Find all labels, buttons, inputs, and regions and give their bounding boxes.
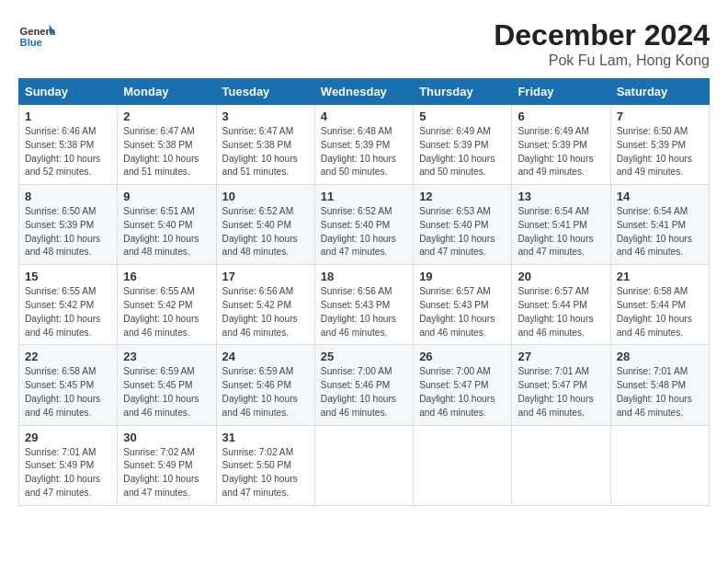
location: Pok Fu Lam, Hong Kong bbox=[494, 52, 710, 69]
calendar-cell: 8 Sunrise: 6:50 AM Sunset: 5:39 PM Dayli… bbox=[19, 185, 118, 265]
day-number: 22 bbox=[25, 350, 111, 363]
day-info: Sunrise: 7:02 AM Sunset: 5:49 PM Dayligh… bbox=[123, 446, 210, 500]
day-info: Sunrise: 6:49 AM Sunset: 5:39 PM Dayligh… bbox=[518, 125, 604, 179]
calendar-week-row: 22 Sunrise: 6:58 AM Sunset: 5:45 PM Dayl… bbox=[19, 345, 710, 425]
calendar-cell: 2 Sunrise: 6:47 AM Sunset: 5:38 PM Dayli… bbox=[118, 105, 216, 185]
calendar-cell: 1 Sunrise: 6:46 AM Sunset: 5:38 PM Dayli… bbox=[19, 105, 118, 185]
day-number: 11 bbox=[321, 190, 407, 203]
day-info: Sunrise: 6:53 AM Sunset: 5:40 PM Dayligh… bbox=[419, 205, 506, 259]
day-info: Sunrise: 6:58 AM Sunset: 5:44 PM Dayligh… bbox=[617, 285, 703, 339]
day-number: 1 bbox=[25, 109, 111, 123]
calendar-cell: 28 Sunrise: 7:01 AM Sunset: 5:48 PM Dayl… bbox=[610, 345, 709, 425]
day-number: 21 bbox=[617, 270, 703, 283]
day-number: 31 bbox=[222, 431, 309, 444]
calendar-header-row: Sunday Monday Tuesday Wednesday Thursday… bbox=[19, 79, 710, 105]
title-section: December 2024 Pok Fu Lam, Hong Kong bbox=[494, 18, 710, 69]
day-number: 15 bbox=[25, 270, 111, 283]
calendar-cell: 19 Sunrise: 6:57 AM Sunset: 5:43 PM Dayl… bbox=[414, 265, 512, 345]
calendar-cell: 6 Sunrise: 6:49 AM Sunset: 5:39 PM Dayli… bbox=[512, 105, 610, 185]
calendar-cell: 14 Sunrise: 6:54 AM Sunset: 5:41 PM Dayl… bbox=[610, 185, 709, 265]
col-sunday: Sunday bbox=[19, 79, 118, 105]
calendar-cell bbox=[512, 425, 610, 505]
logo: General Blue bbox=[18, 18, 59, 55]
day-info: Sunrise: 6:51 AM Sunset: 5:40 PM Dayligh… bbox=[123, 205, 210, 259]
calendar-week-row: 15 Sunrise: 6:55 AM Sunset: 5:42 PM Dayl… bbox=[19, 265, 710, 345]
calendar-cell bbox=[414, 425, 512, 505]
calendar-cell: 29 Sunrise: 7:01 AM Sunset: 5:49 PM Dayl… bbox=[19, 425, 118, 505]
day-number: 18 bbox=[321, 270, 407, 283]
calendar-cell: 23 Sunrise: 6:59 AM Sunset: 5:45 PM Dayl… bbox=[118, 345, 216, 425]
calendar-cell: 18 Sunrise: 6:56 AM Sunset: 5:43 PM Dayl… bbox=[314, 265, 413, 345]
col-thursday: Thursday bbox=[414, 79, 512, 105]
day-number: 12 bbox=[419, 190, 506, 203]
day-info: Sunrise: 6:56 AM Sunset: 5:43 PM Dayligh… bbox=[321, 285, 407, 339]
day-number: 4 bbox=[321, 109, 407, 123]
day-info: Sunrise: 6:47 AM Sunset: 5:38 PM Dayligh… bbox=[222, 125, 309, 179]
day-number: 13 bbox=[518, 190, 604, 203]
calendar-cell: 20 Sunrise: 6:57 AM Sunset: 5:44 PM Dayl… bbox=[512, 265, 610, 345]
day-number: 27 bbox=[518, 350, 604, 363]
calendar-cell: 3 Sunrise: 6:47 AM Sunset: 5:38 PM Dayli… bbox=[216, 105, 314, 185]
calendar-cell: 11 Sunrise: 6:52 AM Sunset: 5:40 PM Dayl… bbox=[314, 185, 413, 265]
col-saturday: Saturday bbox=[610, 79, 709, 105]
day-info: Sunrise: 7:00 AM Sunset: 5:47 PM Dayligh… bbox=[419, 365, 506, 419]
day-info: Sunrise: 6:59 AM Sunset: 5:45 PM Dayligh… bbox=[123, 365, 210, 419]
day-number: 23 bbox=[123, 350, 210, 363]
calendar-cell: 25 Sunrise: 7:00 AM Sunset: 5:46 PM Dayl… bbox=[314, 345, 413, 425]
day-info: Sunrise: 7:01 AM Sunset: 5:48 PM Dayligh… bbox=[617, 365, 703, 419]
day-info: Sunrise: 6:52 AM Sunset: 5:40 PM Dayligh… bbox=[321, 205, 407, 259]
day-info: Sunrise: 6:52 AM Sunset: 5:40 PM Dayligh… bbox=[222, 205, 309, 259]
calendar-cell: 12 Sunrise: 6:53 AM Sunset: 5:40 PM Dayl… bbox=[414, 185, 512, 265]
calendar-cell: 30 Sunrise: 7:02 AM Sunset: 5:49 PM Dayl… bbox=[118, 425, 216, 505]
calendar-cell: 27 Sunrise: 7:01 AM Sunset: 5:47 PM Dayl… bbox=[512, 345, 610, 425]
page-header: General Blue December 2024 Pok Fu Lam, H… bbox=[18, 18, 710, 69]
day-info: Sunrise: 6:56 AM Sunset: 5:42 PM Dayligh… bbox=[222, 285, 309, 339]
day-info: Sunrise: 6:48 AM Sunset: 5:39 PM Dayligh… bbox=[321, 125, 407, 179]
day-info: Sunrise: 6:46 AM Sunset: 5:38 PM Dayligh… bbox=[25, 125, 111, 179]
calendar-cell: 4 Sunrise: 6:48 AM Sunset: 5:39 PM Dayli… bbox=[314, 105, 413, 185]
day-number: 5 bbox=[419, 109, 506, 123]
day-info: Sunrise: 6:50 AM Sunset: 5:39 PM Dayligh… bbox=[617, 125, 703, 179]
calendar-cell: 7 Sunrise: 6:50 AM Sunset: 5:39 PM Dayli… bbox=[610, 105, 709, 185]
day-info: Sunrise: 7:01 AM Sunset: 5:49 PM Dayligh… bbox=[25, 446, 111, 500]
day-info: Sunrise: 6:54 AM Sunset: 5:41 PM Dayligh… bbox=[518, 205, 604, 259]
calendar-cell: 26 Sunrise: 7:00 AM Sunset: 5:47 PM Dayl… bbox=[414, 345, 512, 425]
calendar-cell: 31 Sunrise: 7:02 AM Sunset: 5:50 PM Dayl… bbox=[216, 425, 314, 505]
day-info: Sunrise: 7:00 AM Sunset: 5:46 PM Dayligh… bbox=[321, 365, 407, 419]
calendar-cell: 10 Sunrise: 6:52 AM Sunset: 5:40 PM Dayl… bbox=[216, 185, 314, 265]
day-number: 24 bbox=[222, 350, 309, 363]
day-info: Sunrise: 6:55 AM Sunset: 5:42 PM Dayligh… bbox=[123, 285, 210, 339]
calendar-cell: 9 Sunrise: 6:51 AM Sunset: 5:40 PM Dayli… bbox=[118, 185, 216, 265]
day-number: 17 bbox=[222, 270, 309, 283]
calendar-cell bbox=[314, 425, 413, 505]
col-tuesday: Tuesday bbox=[216, 79, 314, 105]
day-number: 6 bbox=[518, 109, 604, 123]
day-info: Sunrise: 6:57 AM Sunset: 5:43 PM Dayligh… bbox=[419, 285, 506, 339]
day-number: 3 bbox=[222, 109, 309, 123]
day-info: Sunrise: 6:58 AM Sunset: 5:45 PM Dayligh… bbox=[25, 365, 111, 419]
calendar-table: Sunday Monday Tuesday Wednesday Thursday… bbox=[18, 78, 710, 506]
calendar-cell: 17 Sunrise: 6:56 AM Sunset: 5:42 PM Dayl… bbox=[216, 265, 314, 345]
calendar-cell: 24 Sunrise: 6:59 AM Sunset: 5:46 PM Dayl… bbox=[216, 345, 314, 425]
calendar-cell: 15 Sunrise: 6:55 AM Sunset: 5:42 PM Dayl… bbox=[19, 265, 118, 345]
day-info: Sunrise: 6:59 AM Sunset: 5:46 PM Dayligh… bbox=[222, 365, 309, 419]
day-number: 20 bbox=[518, 270, 604, 283]
day-number: 19 bbox=[419, 270, 506, 283]
day-number: 8 bbox=[25, 190, 111, 203]
day-number: 26 bbox=[419, 350, 506, 363]
calendar-cell bbox=[610, 425, 709, 505]
day-number: 30 bbox=[123, 431, 210, 444]
day-number: 14 bbox=[617, 190, 703, 203]
calendar-cell: 16 Sunrise: 6:55 AM Sunset: 5:42 PM Dayl… bbox=[118, 265, 216, 345]
day-info: Sunrise: 6:47 AM Sunset: 5:38 PM Dayligh… bbox=[123, 125, 210, 179]
svg-text:Blue: Blue bbox=[20, 37, 42, 48]
month-title: December 2024 bbox=[494, 18, 710, 52]
day-info: Sunrise: 7:01 AM Sunset: 5:47 PM Dayligh… bbox=[518, 365, 604, 419]
col-friday: Friday bbox=[512, 79, 610, 105]
day-number: 16 bbox=[123, 270, 210, 283]
calendar-cell: 21 Sunrise: 6:58 AM Sunset: 5:44 PM Dayl… bbox=[610, 265, 709, 345]
day-number: 9 bbox=[123, 190, 210, 203]
day-info: Sunrise: 6:54 AM Sunset: 5:41 PM Dayligh… bbox=[617, 205, 703, 259]
calendar-week-row: 29 Sunrise: 7:01 AM Sunset: 5:49 PM Dayl… bbox=[19, 425, 710, 505]
day-info: Sunrise: 7:02 AM Sunset: 5:50 PM Dayligh… bbox=[222, 446, 309, 500]
